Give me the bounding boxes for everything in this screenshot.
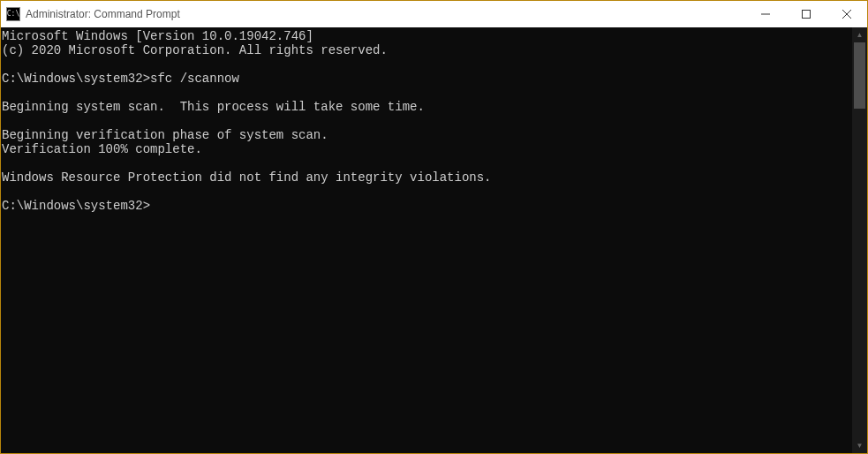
scroll-up-arrow[interactable]: ▲ (852, 27, 867, 42)
vertical-scrollbar[interactable]: ▲ ▼ (852, 27, 867, 453)
titlebar[interactable]: C:\ Administrator: Command Prompt (1, 1, 867, 27)
command-prompt-window: C:\ Administrator: Command Prompt Micros… (0, 0, 868, 454)
window-controls (745, 1, 867, 27)
minimize-icon (761, 10, 770, 19)
cmd-icon: C:\ (6, 7, 20, 21)
window-title: Administrator: Command Prompt (26, 8, 745, 20)
close-icon (842, 10, 851, 19)
console-area: Microsoft Windows [Version 10.0.19042.74… (1, 27, 867, 453)
scrollbar-thumb[interactable] (854, 42, 865, 109)
svg-rect-1 (803, 11, 811, 19)
maximize-icon (802, 10, 811, 19)
minimize-button[interactable] (745, 1, 786, 27)
maximize-button[interactable] (786, 1, 826, 27)
close-button[interactable] (826, 1, 867, 27)
scrollbar-track[interactable] (852, 42, 867, 438)
console-output[interactable]: Microsoft Windows [Version 10.0.19042.74… (1, 27, 852, 453)
scroll-down-arrow[interactable]: ▼ (852, 438, 867, 453)
